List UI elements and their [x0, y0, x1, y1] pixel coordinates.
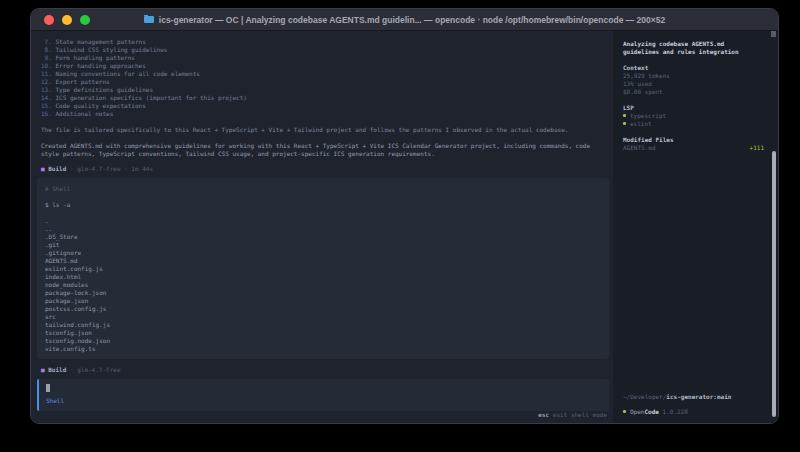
list-item-text: Naming conventions for all code elements [52, 70, 200, 77]
build-header-1: ■ Build · glm-4.7-free · 1m 44s [41, 165, 609, 173]
list-item-text: Export patterns [52, 78, 110, 85]
file-list-line: . [45, 217, 609, 225]
list-item: 13. Type definitions guidelines [41, 86, 609, 94]
workdir-path: ~/Developer/ics-generator:main [623, 393, 764, 401]
terminal-window: ics-generator — OC | Analyzing codebase … [30, 8, 779, 424]
list-item-text: Tailwind CSS styling guidelines [52, 46, 168, 53]
text-cursor [46, 384, 50, 392]
model-name: glm-4.7-free [77, 366, 120, 373]
file-list-line: .git [45, 241, 609, 249]
context-tokens: 25,929 tokens [623, 72, 764, 80]
file-list-line: AGENTS.md [45, 257, 609, 265]
terminal-content: 7. State management patterns 8. Tailwind… [31, 31, 778, 424]
list-item-number: 9. [41, 54, 52, 61]
list-item-number: 12. [41, 78, 52, 85]
build-header-2: ■ Build · glm-4.7-free [41, 366, 609, 374]
list-item-number: 8. [41, 46, 52, 53]
conversation-pane: 7. State management patterns 8. Tailwind… [31, 31, 613, 424]
shell-input[interactable]: Shell [37, 379, 609, 411]
list-item-text: Form handling patterns [52, 54, 135, 61]
file-list-line: .gitignore [45, 249, 609, 257]
list-item: 10. Error handling approaches [41, 62, 609, 70]
list-item-number: 10. [41, 62, 52, 69]
file-list-line: .DS_Store [45, 233, 609, 241]
repo-branch-label: ics-generator:main [666, 393, 731, 400]
list-item-text: State management patterns [52, 38, 146, 45]
lsp-server-list: typescripteslint [623, 112, 764, 128]
window-title-area: ics-generator — OC | Analyzing codebase … [31, 15, 778, 25]
assistant-summary-paragraph: Created AGENTS.md with comprehensive gui… [41, 142, 609, 158]
lsp-server-row: eslint [623, 120, 764, 128]
app-status-dot-icon [623, 410, 626, 413]
list-item-number: 7. [41, 38, 52, 45]
context-spent: $0.00 spent [623, 88, 764, 96]
scrollbar-thumb[interactable] [772, 151, 776, 417]
assistant-paragraph: The file is tailored specifically to thi… [41, 126, 609, 134]
app-version: 1.0.228 [659, 408, 688, 415]
file-list-line: tsconfig.json [45, 329, 609, 337]
list-item: 8. Tailwind CSS styling guidelines [41, 46, 609, 54]
list-item-number: 16. [41, 110, 52, 117]
file-list-line: tsconfig.node.json [45, 337, 609, 345]
sidebar-footer: ~/Developer/ics-generator:main OpenCode … [623, 393, 764, 416]
status-dot-icon [623, 122, 626, 125]
lsp-heading: LSP [623, 104, 764, 112]
esc-hint-label: exit shell mode [549, 411, 607, 418]
status-bar: esc exit shell mode [41, 411, 609, 419]
list-item-text: ICS generation specifics (important for … [52, 94, 247, 101]
close-window-button[interactable] [44, 15, 54, 25]
maximize-window-button[interactable] [80, 15, 90, 25]
context-percent-used: 13% used [623, 80, 764, 88]
file-list-line: package-lock.json [45, 289, 609, 297]
app-version-row: OpenCode 1.0.228 [623, 408, 764, 416]
file-list-line: .. [45, 225, 609, 233]
modified-files-list: AGENTS.md+111 [623, 144, 764, 152]
list-item-text: Additional notes [52, 110, 113, 117]
file-list-line: index.html [45, 273, 609, 281]
list-item-number: 13. [41, 86, 52, 93]
lsp-server-row: typescript [623, 112, 764, 120]
modified-file-name: AGENTS.md [623, 144, 656, 152]
list-item-text: Code quality expectations [52, 102, 146, 109]
list-item: 9. Form handling patterns [41, 54, 609, 62]
shell-mode-label: Shell [46, 397, 602, 405]
list-item-number: 14. [41, 94, 52, 101]
list-item: 12. Export patterns [41, 78, 609, 86]
file-list-line: src [45, 313, 609, 321]
modified-file-row: AGENTS.md+111 [623, 144, 764, 152]
shell-output-block: # Shell $ ls -a ....DS_Store.git.gitigno… [37, 178, 609, 359]
list-item: 11. Naming conventions for all code elem… [41, 70, 609, 78]
list-item-number: 15. [41, 102, 52, 109]
file-list-line: node_modules [45, 281, 609, 289]
file-list-line: tailwind.config.js [45, 321, 609, 329]
list-item-number: 11. [41, 70, 52, 77]
modified-files-heading: Modified Files [623, 136, 764, 144]
titlebar[interactable]: ics-generator — OC | Analyzing codebase … [31, 9, 778, 31]
list-item: 7. State management patterns [41, 38, 609, 46]
list-item: 16. Additional notes [41, 110, 609, 118]
context-heading: Context [623, 64, 764, 72]
session-sidebar: Analyzing codebase AGENTS.md guidelines … [613, 31, 778, 424]
file-list-line: vite.config.ts [45, 345, 609, 353]
list-item: 15. Code quality expectations [41, 102, 609, 110]
folder-icon [144, 16, 154, 23]
window-title: ics-generator — OC | Analyzing codebase … [159, 15, 665, 25]
list-item: 14. ICS generation specifics (important … [41, 94, 609, 102]
shell-comment: # Shell [45, 185, 609, 193]
scrollbar-top-marker [771, 31, 776, 37]
file-list-line: postcss.config.js [45, 305, 609, 313]
scrollbar[interactable] [771, 31, 777, 424]
session-title: Analyzing codebase AGENTS.md guidelines … [623, 40, 755, 56]
numbered-list: 7. State management patterns 8. Tailwind… [41, 38, 609, 118]
traffic-lights [44, 9, 90, 31]
file-list-line: package.json [45, 297, 609, 305]
list-item-text: Type definitions guidelines [52, 86, 153, 93]
duration-label: 1m 44s [131, 165, 153, 172]
agent-name: Build [48, 366, 66, 373]
minimize-window-button[interactable] [62, 15, 72, 25]
agent-name: Build [48, 165, 66, 172]
file-list-line: eslint.config.js [45, 265, 609, 273]
status-dot-icon [623, 114, 626, 117]
model-name: glm-4.7-free [77, 165, 120, 172]
diff-additions: +111 [750, 144, 764, 152]
